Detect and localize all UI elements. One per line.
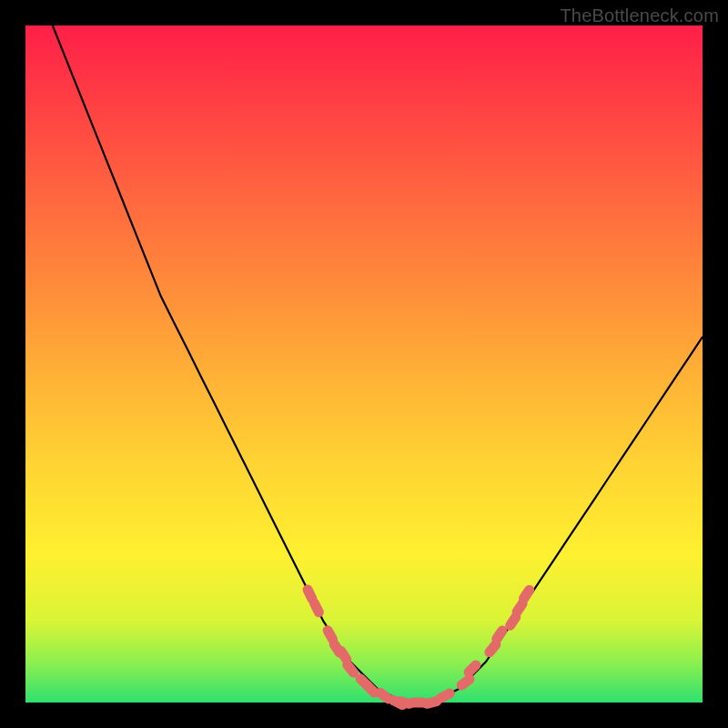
bottleneck-curve [25, 25, 703, 703]
chart-frame: TheBottleneck.com [0, 0, 728, 728]
watermark-label: TheBottleneck.com [560, 5, 719, 26]
curve-markers [301, 583, 537, 712]
curve-path [53, 25, 703, 703]
plot-area [25, 25, 703, 703]
